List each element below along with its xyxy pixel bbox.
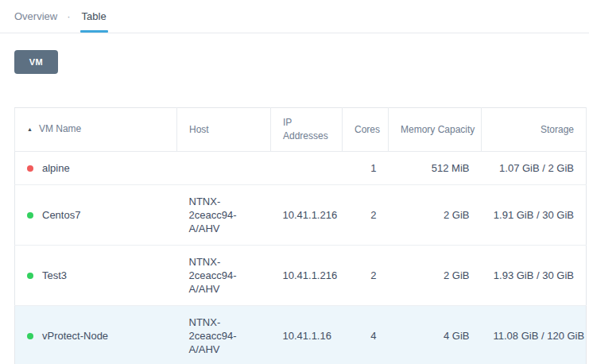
column-header-cores[interactable]: Cores xyxy=(343,108,389,152)
memory-cell: 4 GiB xyxy=(389,306,482,364)
vm-table-body: alpine1512 MiB1.07 GiB / 2 GiBCentos7NTN… xyxy=(15,152,587,364)
host-cell xyxy=(177,152,271,185)
storage-cell: 1.07 GiB / 2 GiB xyxy=(482,152,587,185)
memory-cell: 512 MiB xyxy=(389,152,482,185)
vm-filter-button[interactable]: VM xyxy=(14,50,58,74)
tabs-bar: Overview · Table xyxy=(0,0,589,33)
vm-name-cell: vProtect-Node xyxy=(15,306,177,364)
cores-cell: 2 xyxy=(343,246,389,306)
vm-table: ▲VM Name Host IP Addresses Cores Memory … xyxy=(14,107,587,364)
status-off-icon xyxy=(27,165,33,172)
host-cell: NTNX-2ceacc94-A/AHV xyxy=(177,185,271,246)
table-row[interactable]: Centos7NTNX-2ceacc94-A/AHV10.41.1.21622 … xyxy=(15,185,587,246)
status-on-icon xyxy=(27,273,33,279)
storage-cell: 11.08 GiB / 120 GiB xyxy=(482,306,587,364)
host-cell: NTNX-2ceacc94-A/AHV xyxy=(177,246,271,306)
table-row[interactable]: vProtect-NodeNTNX-2ceacc94-A/AHV10.41.1.… xyxy=(15,306,587,364)
vm-name-cell: Centos7 xyxy=(15,185,177,246)
column-header-storage[interactable]: Storage xyxy=(482,108,587,152)
vm-name[interactable]: Centos7 xyxy=(42,208,80,222)
memory-cell: 2 GiB xyxy=(389,246,482,306)
cores-cell: 2 xyxy=(343,185,389,246)
column-header-memory-capacity[interactable]: Memory Capacity xyxy=(389,108,482,152)
ip-cell: 10.41.1.216 xyxy=(271,185,343,246)
column-label: VM Name xyxy=(39,123,81,134)
tab-separator: · xyxy=(67,10,70,22)
column-header-host[interactable]: Host xyxy=(177,108,271,152)
tab-overview[interactable]: Overview xyxy=(14,0,57,33)
cores-cell: 1 xyxy=(343,152,389,185)
vm-table-header: ▲VM Name Host IP Addresses Cores Memory … xyxy=(15,108,587,152)
tab-table[interactable]: Table xyxy=(82,0,107,33)
vm-name[interactable]: vProtect-Node xyxy=(42,329,108,343)
column-header-vm-name[interactable]: ▲VM Name xyxy=(15,108,177,152)
status-on-icon xyxy=(27,212,33,219)
storage-cell: 1.91 GiB / 30 GiB xyxy=(482,185,587,246)
memory-cell: 2 GiB xyxy=(389,185,482,246)
vm-name[interactable]: Test3 xyxy=(42,269,67,282)
cores-cell: 4 xyxy=(343,306,389,364)
column-header-ip-addresses[interactable]: IP Addresses xyxy=(271,108,343,152)
vm-name-cell: Test3 xyxy=(15,246,177,306)
storage-cell: 1.93 GiB / 30 GiB xyxy=(482,246,587,306)
ip-cell xyxy=(271,152,343,185)
table-row[interactable]: Test3NTNX-2ceacc94-A/AHV10.41.1.21622 Gi… xyxy=(15,246,587,306)
host-cell: NTNX-2ceacc94-A/AHV xyxy=(177,306,271,364)
table-row[interactable]: alpine1512 MiB1.07 GiB / 2 GiB xyxy=(15,152,587,185)
ip-cell: 10.41.1.16 xyxy=(271,306,343,364)
status-on-icon xyxy=(27,333,33,339)
vm-name[interactable]: alpine xyxy=(42,161,70,175)
vm-name-cell: alpine xyxy=(15,152,177,185)
sort-ascending-icon: ▲ xyxy=(27,126,33,132)
ip-cell: 10.41.1.216 xyxy=(271,246,343,306)
